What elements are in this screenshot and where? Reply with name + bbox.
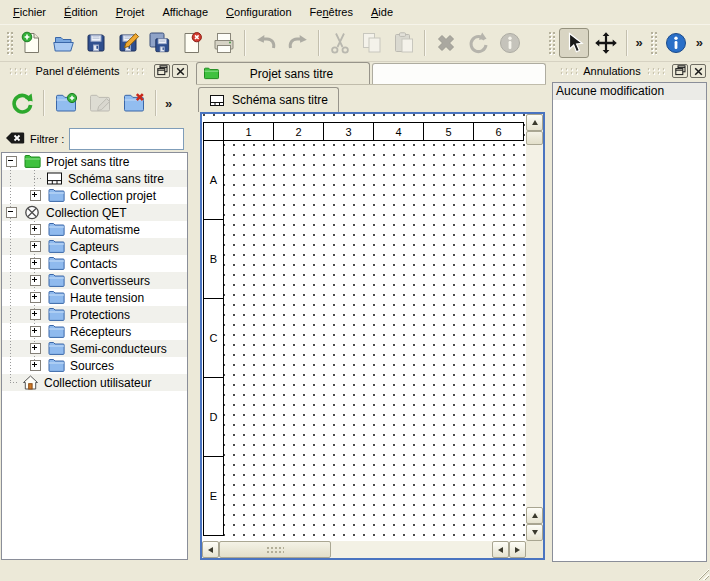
collapse-toggle[interactable] (6, 156, 17, 167)
dock-drag-handle[interactable] (646, 67, 665, 75)
tree-item-collection-projet[interactable]: Collection projet (2, 187, 187, 204)
toolbar-handle[interactable] (6, 31, 13, 55)
tree-item-protections[interactable]: Protections (2, 306, 187, 323)
collections-toolbar: » (1, 82, 190, 124)
scroll-down-button[interactable] (526, 524, 543, 541)
tree-item-collection-utilisateur[interactable]: Collection utilisateur (2, 374, 187, 391)
folder-blue-icon (48, 307, 65, 322)
expand-toggle[interactable] (30, 343, 41, 354)
expand-toggle[interactable] (30, 224, 41, 235)
expand-toggle[interactable] (30, 190, 41, 201)
save-button[interactable] (81, 28, 111, 58)
dock-drag-handle[interactable] (125, 67, 147, 75)
rotate-button[interactable] (463, 28, 493, 58)
clear-filter-button[interactable] (5, 131, 25, 148)
save-all-button[interactable] (145, 28, 175, 58)
expand-toggle[interactable] (30, 292, 41, 303)
tree-branch-line (10, 382, 19, 383)
tree-item-capteurs[interactable]: Capteurs (2, 238, 187, 255)
toolbar-handle[interactable] (650, 31, 657, 55)
close-document-button[interactable] (177, 28, 207, 58)
copy-button[interactable] (357, 28, 387, 58)
expand-toggle[interactable] (30, 275, 41, 286)
expand-toggle[interactable] (30, 309, 41, 320)
redo-button[interactable] (283, 28, 313, 58)
tree-item-contacts[interactable]: Contacts (2, 255, 187, 272)
expand-toggle[interactable] (30, 241, 41, 252)
tree-item-haute-tension[interactable]: Haute tension (2, 289, 187, 306)
scroll-left-button[interactable] (202, 541, 219, 558)
expand-toggle[interactable] (30, 258, 41, 269)
tree-item-label: Collection QET (46, 206, 127, 220)
cut-button[interactable] (325, 28, 355, 58)
float-panel-button[interactable] (672, 64, 688, 78)
reload-button[interactable] (6, 87, 38, 119)
menu-aide[interactable]: Aide (362, 2, 402, 22)
resize-grip[interactable] (696, 567, 709, 580)
delete-button[interactable] (431, 28, 461, 58)
new-document-button[interactable] (17, 28, 47, 58)
tree-item-recepteurs[interactable]: Récepteurs (2, 323, 187, 340)
save-as-button[interactable] (113, 28, 143, 58)
dock-drag-handle[interactable] (8, 67, 30, 75)
toolbar-handle[interactable] (548, 31, 555, 55)
select-arrow-button[interactable] (559, 28, 589, 58)
vertical-scrollbar[interactable] (526, 114, 543, 541)
expand-toggle[interactable] (30, 360, 41, 371)
element-info-button[interactable] (495, 28, 525, 58)
toolbar-extension-button[interactable]: » (161, 89, 176, 117)
grid-row-label: D (204, 378, 224, 457)
tree-item-label: Convertisseurs (70, 274, 150, 288)
tree-item-label: Sources (70, 359, 114, 373)
scroll-left-button-2[interactable] (492, 541, 509, 558)
schematic-canvas[interactable]: 123456ABCDE (202, 114, 526, 541)
move-view-button[interactable] (591, 28, 621, 58)
dock-drag-handle[interactable] (559, 67, 578, 75)
menu-fichier[interactable]: Fichier (4, 2, 55, 22)
tree-item-sources[interactable]: Sources (2, 357, 187, 374)
tab-schema[interactable]: Schéma sans titre (198, 87, 339, 112)
filter-input[interactable] (69, 128, 184, 150)
new-category-button[interactable] (50, 87, 82, 119)
tree-item-convertisseurs[interactable]: Convertisseurs (2, 272, 187, 289)
delete-category-button[interactable] (118, 87, 150, 119)
schema-icon (46, 171, 63, 186)
tree-item-semi-conducteurs[interactable]: Semi-conducteurs (2, 340, 187, 357)
menu-projet[interactable]: Projet (107, 2, 154, 22)
tree-item-collection-qet[interactable]: Collection QET (2, 204, 187, 221)
toolbar-extension-button[interactable]: » (632, 29, 647, 57)
new-document-icon (20, 31, 44, 55)
expand-toggle[interactable] (30, 326, 41, 337)
scroll-right-button[interactable] (509, 541, 526, 558)
grid-drawing-area[interactable] (224, 141, 524, 536)
toolbar-extension-button[interactable]: » (692, 29, 707, 57)
about-info-button[interactable] (661, 28, 691, 58)
undo-list-item[interactable]: Aucune modification (553, 83, 706, 100)
horizontal-scrollbar[interactable] (202, 541, 526, 558)
close-panel-button[interactable] (690, 64, 706, 78)
close-panel-button[interactable] (172, 64, 188, 78)
tree-item-label: Automatisme (70, 223, 140, 237)
scroll-up-button[interactable] (526, 114, 543, 131)
tree-item-schema-sans-titre[interactable]: Schéma sans titre (2, 170, 187, 187)
menu-edition[interactable]: Édition (55, 2, 107, 22)
print-button[interactable] (209, 28, 239, 58)
undo-button[interactable] (251, 28, 281, 58)
menu-configuration[interactable]: Configuration (217, 2, 300, 22)
edit-category-button[interactable] (84, 87, 116, 119)
tree-item-label: Collection projet (70, 189, 156, 203)
horizontal-scrollbar-thumb[interactable] (219, 541, 331, 558)
paste-button[interactable] (389, 28, 419, 58)
float-panel-button[interactable] (154, 64, 170, 78)
reload-icon (10, 91, 34, 115)
open-project-button[interactable] (49, 28, 79, 58)
tree-item-automatisme[interactable]: Automatisme (2, 221, 187, 238)
collapse-toggle[interactable] (6, 207, 17, 218)
tree-item-projet-sans-titre[interactable]: Projet sans titre (2, 153, 187, 170)
menu-affichage[interactable]: Affichage (153, 2, 217, 22)
menu-fenetres[interactable]: Fenêtres (301, 2, 362, 22)
grid-column-header: 5 (424, 123, 474, 141)
scroll-up-button-2[interactable] (526, 507, 543, 524)
vertical-scrollbar-thumb[interactable] (526, 131, 543, 145)
tab-project[interactable]: Projet sans titre (196, 62, 370, 84)
